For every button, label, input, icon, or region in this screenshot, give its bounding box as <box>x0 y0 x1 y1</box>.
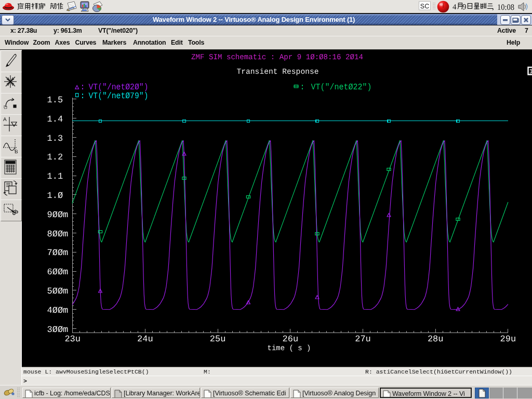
svg-text:Transient Response: Transient Response <box>237 68 319 76</box>
svg-text:4: 4 <box>453 3 457 11</box>
svg-text:1: 1 <box>529 68 532 75</box>
svg-text::: : <box>80 91 85 101</box>
svg-text:1.5: 1.5 <box>47 96 63 105</box>
svg-text:time ( s ): time ( s ) <box>268 344 311 353</box>
svg-text:9ØØm: 9ØØm <box>47 210 69 220</box>
svg-text:8ØØm: 8ØØm <box>47 230 69 240</box>
svg-text::: : <box>300 82 305 92</box>
svg-text:1.3: 1.3 <box>47 134 63 144</box>
svg-text:SC: SC <box>420 3 429 10</box>
svg-text:28u: 28u <box>428 335 444 344</box>
svg-text:27u: 27u <box>355 335 371 344</box>
svg-text:4ØØm: 4ØØm <box>47 306 69 316</box>
svg-text:24u: 24u <box>137 335 153 344</box>
svg-text:B: B <box>15 149 18 155</box>
svg-text:9: 9 <box>462 3 467 11</box>
svg-text:10:08: 10:08 <box>497 3 514 12</box>
svg-text:VT("/netØ22"): VT("/netØ22") <box>311 82 372 92</box>
svg-text:7ØØm: 7ØØm <box>47 248 69 258</box>
svg-text:6ØØm: 6ØØm <box>47 268 69 277</box>
svg-text:1.1: 1.1 <box>47 172 63 182</box>
svg-text:1.4: 1.4 <box>47 115 63 125</box>
svg-text:3ØØm: 3ØØm <box>47 325 69 335</box>
svg-text:25u: 25u <box>210 335 226 344</box>
svg-text:1.2: 1.2 <box>47 153 63 163</box>
svg-text:A: A <box>3 117 7 123</box>
svg-text:1.Ø: 1.Ø <box>47 191 63 201</box>
svg-text:5ØØm: 5ØØm <box>47 287 69 297</box>
svg-text:26u: 26u <box>282 335 298 344</box>
svg-text:,: , <box>492 3 494 11</box>
svg-text:VT("/netØ79"): VT("/netØ79") <box>89 91 149 101</box>
svg-text:29u: 29u <box>500 335 516 344</box>
svg-text:23u: 23u <box>64 335 81 344</box>
svg-text:ZMF SIM schematic : Apr 9 1Ø:: ZMF SIM schematic : Apr 9 1Ø:Ø8:16 2Ø14 <box>191 53 363 62</box>
